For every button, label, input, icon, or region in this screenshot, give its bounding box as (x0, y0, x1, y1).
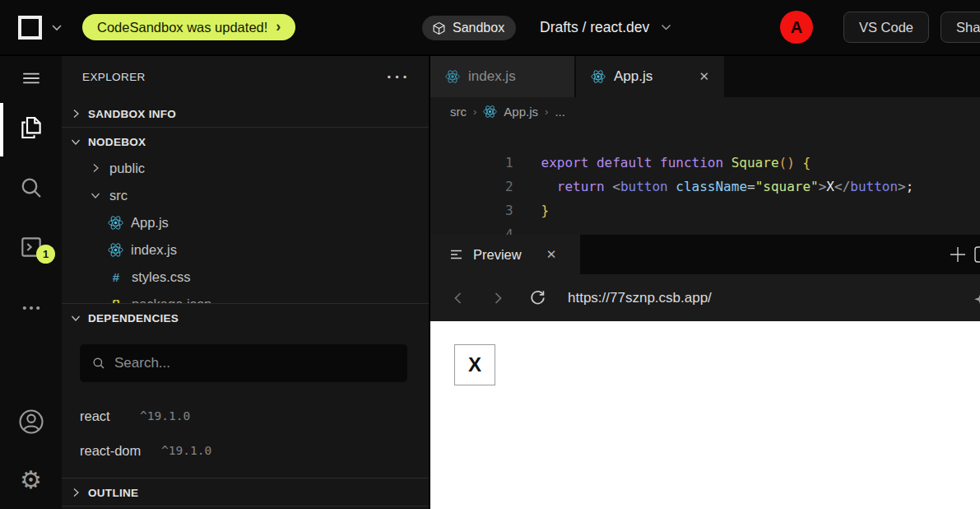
activity-bar: 1 ⚙ (0, 56, 62, 509)
search-icon (18, 175, 44, 201)
chevron-right-icon (89, 161, 102, 175)
chevron-down-icon (69, 311, 82, 325)
explorer-panel: EXPLORER ··· SANDBOX INFO NODEBOX public… (62, 56, 429, 509)
breadcrumb-file[interactable]: App.js (504, 105, 538, 119)
plus-icon (949, 245, 967, 264)
terminal-count-badge: 1 (36, 245, 55, 264)
tab-index-js[interactable]: index.js (430, 56, 576, 97)
preview-square-button[interactable]: X (454, 344, 495, 385)
code-token (668, 179, 676, 194)
json-file-icon: {} (108, 297, 124, 304)
avatar[interactable]: A (780, 11, 813, 44)
chevron-right-icon: › (545, 105, 548, 118)
ellipsis-icon (20, 297, 43, 320)
tree-item-label: public (109, 161, 145, 176)
account-button[interactable] (0, 407, 62, 437)
code-token: className (676, 179, 747, 194)
dependency-name: react (80, 409, 110, 424)
editor-tab-strip: index.js App.js ✕ (429, 56, 980, 97)
sandbox-pill-label: Sandbox (453, 21, 504, 35)
settings-button[interactable]: ⚙ (0, 468, 62, 493)
explorer-view-button[interactable] (0, 114, 62, 142)
codesandbox-logo-icon[interactable] (18, 16, 42, 40)
files-icon (17, 114, 45, 142)
forward-button[interactable] (481, 274, 514, 321)
share-button[interactable]: Sha (941, 12, 980, 43)
project-breadcrumb-label: Drafts / react.dev (540, 19, 649, 36)
code-token: < (612, 179, 620, 194)
back-button[interactable] (442, 274, 475, 321)
terminal-badge-count: 1 (43, 248, 49, 260)
divider (62, 478, 429, 479)
section-nodebox[interactable]: NODEBOX (62, 128, 429, 155)
preview-tab-strip: Preview ✕ (429, 235, 980, 274)
project-breadcrumb[interactable]: Drafts / react.dev (540, 0, 671, 54)
tab-label: App.js (614, 68, 653, 85)
code-token: return (557, 179, 605, 194)
explorer-title: EXPLORER (82, 71, 146, 83)
add-preview-button[interactable] (939, 235, 977, 274)
sandbox-type-pill[interactable]: Sandbox (422, 16, 516, 40)
more-actions-button[interactable]: ··· (387, 63, 411, 90)
react-icon (445, 69, 460, 84)
cube-icon (432, 21, 446, 35)
code-token: ; (906, 179, 914, 194)
tree-item-label: src (109, 188, 128, 203)
dependency-row[interactable]: react ^19.1.0 (62, 403, 429, 429)
code-token: > (898, 179, 906, 194)
section-outline[interactable]: OUTLINE (62, 479, 429, 506)
vscode-button[interactable]: VS Code (843, 12, 929, 43)
vscode-button-label: VS Code (859, 20, 913, 35)
section-sandbox-info[interactable]: SANDBOX INFO (62, 100, 429, 127)
code-editor[interactable]: 1export default function Square() { 2 re… (429, 125, 980, 235)
tree-item-index-js[interactable]: index.js (62, 236, 429, 263)
tree-item-label: package.json (132, 297, 211, 304)
close-icon[interactable]: ✕ (546, 247, 557, 262)
tab-preview[interactable]: Preview ✕ (430, 235, 580, 274)
dependency-search-input[interactable] (114, 355, 396, 371)
code-token (605, 179, 613, 194)
menu-button[interactable] (0, 68, 62, 89)
layout-icon[interactable] (973, 245, 980, 264)
tree-item-package-json[interactable]: {} package.json (62, 291, 429, 303)
breadcrumb-symbol[interactable]: ... (555, 105, 565, 119)
breadcrumb-folder[interactable]: src (450, 105, 467, 119)
chevron-down-icon (89, 189, 102, 202)
editor-breadcrumb: src › App.js › ... (429, 97, 980, 125)
line-number: 2 (462, 175, 513, 198)
code-token: "square" (755, 179, 819, 194)
more-views-button[interactable] (0, 297, 62, 320)
account-icon (16, 407, 46, 437)
code-token: } (541, 203, 550, 218)
url-field[interactable]: https://77sznp.csb.app/ (568, 274, 712, 321)
url-value: https://77sznp.csb.app/ (568, 290, 712, 306)
section-label: OUTLINE (88, 487, 138, 499)
tree-item-styles-css[interactable]: # styles.css (62, 264, 429, 290)
code-token: > (819, 179, 827, 194)
update-banner-label: CodeSandbox was updated! (97, 20, 267, 35)
react-icon (108, 242, 123, 258)
close-icon[interactable]: ✕ (699, 69, 709, 84)
preview-viewport: X (429, 321, 980, 509)
section-dependencies[interactable]: DEPENDENCIES (62, 305, 429, 331)
hamburger-menu-icon (21, 68, 42, 89)
code-token: button (850, 179, 898, 194)
section-label: NODEBOX (88, 136, 146, 148)
tree-item-src[interactable]: src (62, 182, 429, 208)
dependency-row[interactable]: react-dom ^19.1.0 (62, 437, 429, 464)
sparkle-icon[interactable] (973, 290, 980, 306)
section-label: SANDBOX INFO (88, 108, 176, 120)
chevron-right-icon: › (473, 105, 476, 118)
tab-label: Preview (473, 247, 522, 263)
code-token: button (620, 179, 668, 194)
refresh-button[interactable] (521, 274, 554, 321)
tree-item-public[interactable]: public (62, 155, 429, 181)
code-token: </ (834, 179, 850, 194)
update-banner-button[interactable]: CodeSandbox was updated! › (82, 14, 295, 40)
search-view-button[interactable] (0, 175, 62, 201)
code-token (795, 155, 803, 170)
tree-item-app-js[interactable]: App.js (62, 209, 429, 236)
chevron-down-icon[interactable] (51, 24, 63, 31)
tab-app-js[interactable]: App.js ✕ (576, 56, 724, 97)
react-icon (483, 105, 497, 119)
